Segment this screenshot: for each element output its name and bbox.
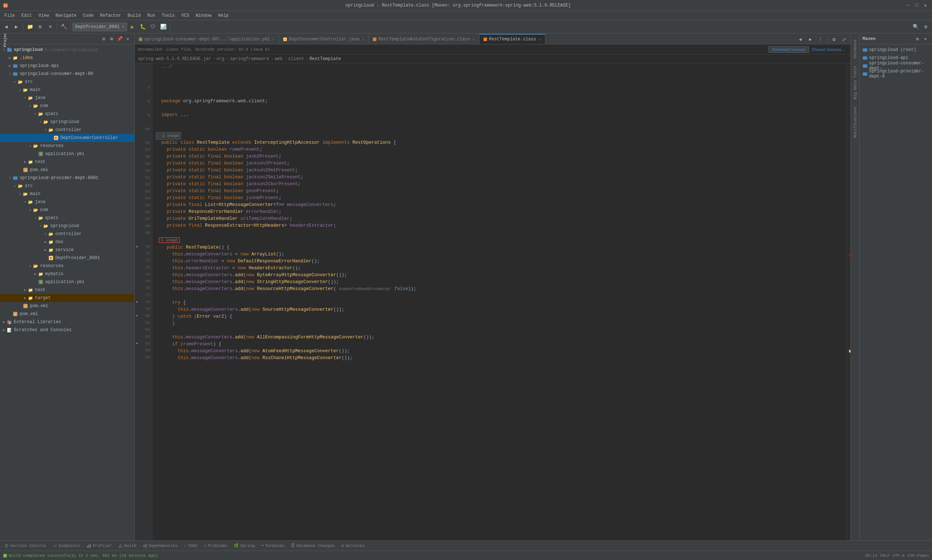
tab-dept-controller[interactable]: C DeptConsumerController.java ✕ <box>279 34 369 44</box>
panel-layout-btn[interactable]: ⊞ <box>108 35 116 43</box>
coverage-btn[interactable]: 🛡 <box>148 22 158 32</box>
menu-build[interactable]: Build <box>125 12 143 19</box>
breadcrumb-org[interactable]: org <box>217 56 225 62</box>
dependencies-tab[interactable]: Dependencies <box>140 543 180 549</box>
menu-vcs[interactable]: VCS <box>179 12 192 19</box>
tab-close-btn[interactable]: ✕ <box>271 37 276 42</box>
tab-more[interactable]: ⋮ <box>816 35 825 44</box>
settings-btn[interactable]: ⚙ <box>35 22 45 32</box>
tab-rest-template-auto[interactable]: C RestTemplateAutoConfiguration.class ✕ <box>369 34 479 44</box>
tree-java1[interactable]: ▾ 📂 java <box>0 94 134 102</box>
tree-springcloud-root[interactable]: ▾ springcloud E:\logback\springcloud <box>0 46 134 54</box>
tree-dept-controller[interactable]: C DeptConsumerController <box>0 134 134 142</box>
tree-scratches[interactable]: ▶ 📝 Scratches and Consoles <box>0 326 134 334</box>
tree-qiezi2[interactable]: ▾ 📂 qiezi <box>0 214 134 222</box>
panel-close-btn[interactable]: ✕ <box>124 35 131 43</box>
panel-pin-btn[interactable]: 📌 <box>116 35 123 43</box>
tree-java2[interactable]: ▾ 📂 java <box>0 198 134 206</box>
menu-window[interactable]: Window <box>193 12 214 19</box>
maven-gear-btn[interactable]: ⚙ <box>914 35 921 43</box>
menu-refactor[interactable]: Refactor <box>97 12 124 19</box>
panel-gear-btn[interactable]: ⚙ <box>100 35 108 43</box>
debug-btn[interactable]: 🐛 <box>138 22 148 32</box>
tree-test1[interactable]: ▶ 📁 test <box>0 158 134 166</box>
choose-sources-btn[interactable]: Choose Sources... <box>809 46 848 52</box>
tree-idea[interactable]: ▶ 📁 .idea <box>0 54 134 62</box>
maximize-btn[interactable]: □ <box>913 2 920 9</box>
breadcrumb-resttemplate[interactable]: RestTemplate <box>310 56 341 62</box>
tree-pom1[interactable]: X pom.xml <box>0 166 134 174</box>
more-btn[interactable]: ≡ <box>46 22 55 32</box>
charset[interactable]: UTF-8 <box>893 554 905 558</box>
tree-com2[interactable]: ▾ 📂 com <box>0 206 134 214</box>
big-data-tools-tab[interactable]: Big Data Tools <box>852 63 859 102</box>
menu-help[interactable]: Help <box>215 12 231 19</box>
menu-navigate[interactable]: Navigate <box>52 12 79 19</box>
tree-controller2[interactable]: ▾ 📂 controller <box>0 230 134 238</box>
profile-btn[interactable]: 📊 <box>159 22 168 32</box>
menu-edit[interactable]: Edit <box>18 12 35 19</box>
tree-src2[interactable]: ▾ 📂 src <box>0 182 134 190</box>
tree-dao[interactable]: ▶ 📁 dao <box>0 238 134 246</box>
tree-src1[interactable]: ▾ 📂 src <box>0 78 134 86</box>
build-btn[interactable]: 🔨 <box>59 22 68 32</box>
code-content[interactable]: .../ package org.springframework.web.cli… <box>153 63 846 540</box>
search-everywhere-btn[interactable]: 🔍 <box>911 22 920 32</box>
menu-run[interactable]: Run <box>144 12 158 19</box>
tree-springcloud1[interactable]: ▾ 📂 springcloud <box>0 118 134 126</box>
settings-gear-btn[interactable]: ⚙ <box>921 22 930 32</box>
run-config-dropdown[interactable]: DeptProvider_8001 ▾ <box>72 23 127 31</box>
menu-file[interactable]: File <box>2 12 18 19</box>
breadcrumb-jar[interactable]: spring-web-5.1.6.RELEASE.jar <box>138 56 211 62</box>
line-ending[interactable]: CRLF <box>880 554 889 558</box>
run-btn[interactable]: ▶ <box>128 22 137 32</box>
tree-application-yml1[interactable]: Y application.yml <box>0 150 134 158</box>
maven-close-btn[interactable]: ✕ <box>922 35 929 43</box>
breadcrumb-client[interactable]: client <box>288 56 304 62</box>
endpoints-tab[interactable]: Endpoints <box>50 543 83 549</box>
version-control-tab[interactable]: Version Control <box>2 543 49 549</box>
cursor-position[interactable]: 56:14 <box>865 554 877 558</box>
tree-service[interactable]: ▶ 📁 service <box>0 246 134 254</box>
minimize-btn[interactable]: ─ <box>904 2 912 9</box>
build-tab[interactable]: Build <box>116 543 139 549</box>
tree-mybatis[interactable]: ▶ 📁 mybatis <box>0 270 134 278</box>
tree-dept-provider[interactable]: C DeptProvider_8001 <box>0 254 134 262</box>
tree-pom2[interactable]: X pom.xml <box>0 302 134 310</box>
maven-provider[interactable]: springcloud-provider-dept-8 <box>860 70 932 78</box>
project-tab-label[interactable]: Project <box>3 34 7 47</box>
profiler-tab[interactable]: Profiler <box>84 543 115 549</box>
db-changes-tab[interactable]: 🗄 Database Changes <box>288 543 338 549</box>
forward-btn[interactable]: ▶ <box>12 22 21 32</box>
terminal-tab[interactable]: ⌨ Terminal <box>259 543 287 549</box>
problems-tab[interactable]: ⚠ Problems <box>201 543 230 549</box>
tab-rest-template[interactable]: C RestTemplate.class ✕ <box>479 34 545 44</box>
tree-application-yml2[interactable]: Y application.yml <box>0 278 134 286</box>
tab-nav-left[interactable]: ◀ <box>795 35 805 44</box>
back-btn[interactable]: ◀ <box>2 22 11 32</box>
tree-resources2[interactable]: ▾ 📂 resources <box>0 262 134 270</box>
todo-tab[interactable]: ✓ TODO <box>181 543 200 549</box>
tree-controller1[interactable]: ▾ 📂 controller <box>0 126 134 134</box>
tree-main2[interactable]: ▾ 📂 main <box>0 190 134 198</box>
menu-code[interactable]: Code <box>80 12 97 19</box>
tree-target[interactable]: ▶ 📁 target <box>0 294 134 302</box>
download-sources-btn[interactable]: Download Sources <box>769 46 809 53</box>
tree-com1[interactable]: ▾ 📂 com <box>0 102 134 110</box>
tree-provider-8001[interactable]: ▾ springcloud-provider-dept-8001 <box>0 174 134 182</box>
editor-expand[interactable]: ⤢ <box>840 35 849 44</box>
breadcrumb-springframework[interactable]: springframework <box>230 56 270 62</box>
tree-consumer-80[interactable]: ▾ springcloud-consumer-dept-80 <box>0 70 134 78</box>
tree-qiezi1[interactable]: ▾ 📂 qiezi <box>0 110 134 118</box>
tree-pom3[interactable]: X pom.xml <box>0 310 134 318</box>
menu-tools[interactable]: Tools <box>159 12 178 19</box>
services-tab[interactable]: ⚙ Services <box>339 543 367 549</box>
tab-application-yml[interactable]: Y springcloud-consumer-dept-80\...\appli… <box>135 34 279 44</box>
tree-test2[interactable]: ▶ 📁 test <box>0 286 134 294</box>
project-view-btn[interactable]: 📁 <box>25 22 35 32</box>
maven-root[interactable]: springcloud (root) <box>860 46 932 54</box>
tree-resources1[interactable]: ▾ 📂 resources <box>0 142 134 150</box>
editor-gear[interactable]: ⚙ <box>829 35 839 44</box>
pages-label[interactable]: CSO-Pages <box>907 554 929 558</box>
tab-close-btn[interactable]: ✕ <box>361 37 365 42</box>
